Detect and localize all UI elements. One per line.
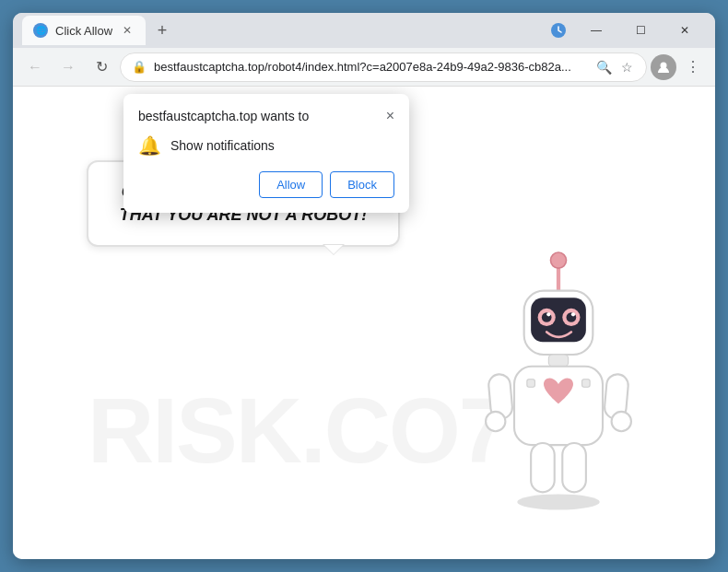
svg-rect-20 xyxy=(562,443,586,492)
popup-buttons: Allow Block xyxy=(138,171,394,198)
new-tab-button[interactable]: + xyxy=(149,18,175,43)
svg-point-18 xyxy=(612,412,631,431)
reload-button[interactable]: ↻ xyxy=(87,53,116,82)
popup-description: Show notifications xyxy=(170,138,275,153)
block-button[interactable]: Block xyxy=(330,171,394,198)
svg-point-4 xyxy=(550,252,566,268)
notification-popup: bestfaustcaptcha.top wants to × 🔔 Show n… xyxy=(123,94,409,213)
svg-rect-13 xyxy=(548,355,568,367)
title-bar: 🌐 Click Allow ✕ + — ☐ ✕ xyxy=(13,13,715,48)
toolbar-right: ⋮ xyxy=(651,53,708,82)
tab-label: Click Allow xyxy=(55,24,112,38)
search-icon[interactable]: 🔍 xyxy=(594,58,614,76)
robot-illustration xyxy=(457,237,660,531)
svg-rect-19 xyxy=(531,443,555,492)
svg-rect-22 xyxy=(527,379,535,388)
minimize-button[interactable]: — xyxy=(575,16,617,45)
popup-notification-row: 🔔 Show notifications xyxy=(138,134,394,157)
close-button[interactable]: ✕ xyxy=(663,16,706,45)
address-right-icons: 🔍 ☆ xyxy=(594,58,635,76)
bookmark-icon[interactable]: ☆ xyxy=(619,58,635,76)
chrome-update-icon[interactable] xyxy=(544,16,573,45)
tab-close-button[interactable]: ✕ xyxy=(120,23,135,38)
svg-point-21 xyxy=(517,494,600,509)
forward-button[interactable]: → xyxy=(53,53,83,82)
maximize-button[interactable]: ☐ xyxy=(619,16,662,45)
svg-point-11 xyxy=(546,312,550,316)
lock-icon: 🔒 xyxy=(132,60,147,74)
svg-point-12 xyxy=(571,312,575,316)
svg-point-16 xyxy=(486,412,505,431)
popup-header: bestfaustcaptcha.top wants to × xyxy=(138,109,394,123)
svg-rect-23 xyxy=(582,379,591,388)
allow-button[interactable]: Allow xyxy=(259,171,323,198)
browser-window: 🌐 Click Allow ✕ + — ☐ ✕ ← → ↻ 🔒 bestfaus… xyxy=(13,13,715,559)
address-bar[interactable]: 🔒 bestfaustcaptcha.top/robot4/index.html… xyxy=(120,53,647,82)
svg-text:RISK.CO7: RISK.CO7 xyxy=(88,379,508,481)
back-button[interactable]: ← xyxy=(20,53,50,82)
active-tab[interactable]: 🌐 Click Allow ✕ xyxy=(22,16,146,45)
window-controls: — ☐ ✕ xyxy=(544,16,706,45)
tab-favicon: 🌐 xyxy=(33,23,48,38)
tab-bar: 🌐 Click Allow ✕ + xyxy=(22,16,536,45)
address-text: bestfaustcaptcha.top/robot4/index.html?c… xyxy=(154,60,587,74)
menu-button[interactable]: ⋮ xyxy=(678,53,708,82)
toolbar: ← → ↻ 🔒 bestfaustcaptcha.top/robot4/inde… xyxy=(13,48,715,87)
profile-button[interactable] xyxy=(651,54,676,80)
popup-close-button[interactable]: × xyxy=(386,109,394,123)
page-content: RISK.CO7 xyxy=(13,87,715,559)
bell-icon: 🔔 xyxy=(138,134,161,157)
popup-title: bestfaustcaptcha.top wants to xyxy=(138,109,309,123)
svg-rect-14 xyxy=(514,367,603,445)
